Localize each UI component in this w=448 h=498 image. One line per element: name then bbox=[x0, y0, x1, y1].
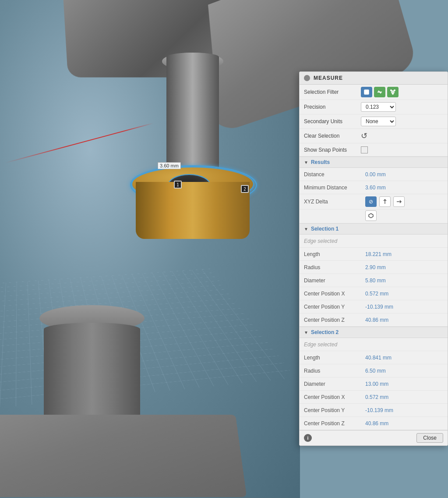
sel1-cpy-label: Center Position Y bbox=[304, 304, 365, 310]
sel2-cpx-label: Center Position X bbox=[304, 394, 365, 400]
selection1-arrow: ▼ bbox=[304, 227, 308, 231]
distance-row: Distance 0.00 mm bbox=[300, 168, 448, 181]
sel1-diameter-value: 5.80 mm bbox=[365, 277, 386, 284]
selection2-section-header[interactable]: ▼ Selection 2 bbox=[300, 327, 448, 338]
precision-label: Precision bbox=[304, 104, 361, 110]
clear-selection-icon[interactable]: ↺ bbox=[361, 131, 367, 141]
selection-filter-row: Selection Filter bbox=[300, 85, 448, 100]
clear-selection-controls: ↺ bbox=[361, 131, 367, 141]
selection2-edge-row: Edge selected bbox=[300, 338, 448, 351]
xyz-delta-controls2 bbox=[365, 210, 443, 221]
sel2-length-label: Length bbox=[304, 355, 365, 361]
sel1-radius-value: 2.90 mm bbox=[365, 264, 386, 270]
results-arrow: ▼ bbox=[304, 160, 308, 165]
sel1-length-label: Length bbox=[304, 251, 365, 257]
clear-selection-label: Clear Selection bbox=[304, 133, 361, 139]
show-snap-points-controls bbox=[361, 146, 368, 153]
panel-header: MEASURE bbox=[300, 72, 448, 85]
filter-btn-face[interactable] bbox=[361, 87, 372, 97]
sel2-radius-row: Radius 6.50 mm bbox=[300, 364, 448, 377]
clear-selection-row: Clear Selection ↺ bbox=[300, 129, 448, 143]
sel2-cpx-value: 0.572 mm bbox=[365, 394, 388, 400]
min-distance-value: 3.60 mm bbox=[365, 185, 386, 191]
measure-panel: MEASURE Selection Filter Precision bbox=[299, 71, 448, 446]
xyz-delta-right-icon[interactable] bbox=[393, 196, 405, 207]
distance-label: Distance bbox=[304, 171, 365, 178]
precision-row: Precision 0.123 0.12 0.1 0 bbox=[300, 100, 448, 114]
sel2-radius-value: 6.50 mm bbox=[365, 368, 386, 374]
show-snap-points-row: Show Snap Points bbox=[300, 143, 448, 157]
sel1-cpx-value: 0.572 mm bbox=[365, 291, 388, 297]
selection1-title: Selection 1 bbox=[311, 226, 339, 232]
base-assembly bbox=[0, 279, 263, 498]
show-snap-points-label: Show Snap Points bbox=[304, 147, 361, 153]
sel2-diameter-row: Diameter 13.00 mm bbox=[300, 377, 448, 391]
sel1-radius-row: Radius 2.90 mm bbox=[300, 261, 448, 274]
gold-cylinder-object[interactable]: 1 2 bbox=[131, 167, 254, 237]
sel1-cpz-row: Center Position Z 40.86 mm bbox=[300, 313, 448, 327]
close-button[interactable]: Close bbox=[416, 433, 443, 443]
sel2-diameter-value: 13.00 mm bbox=[365, 381, 388, 387]
xyz-delta-row2 bbox=[300, 210, 448, 223]
panel-footer: i Close bbox=[300, 430, 448, 445]
svg-point-4 bbox=[390, 89, 392, 91]
selection1-edge-row: Edge selected bbox=[300, 235, 448, 248]
dimension-label: 3.60 mm bbox=[158, 162, 181, 169]
min-distance-label: Minimum Distance bbox=[304, 185, 365, 191]
xyz-delta-controls: ⊘ bbox=[365, 196, 405, 207]
secondary-units-controls: None mm inch bbox=[361, 117, 396, 126]
xyz-delta-up-icon[interactable] bbox=[379, 196, 391, 207]
secondary-units-row: Secondary Units None mm inch bbox=[300, 114, 448, 129]
sel2-length-row: Length 40.841 mm bbox=[300, 351, 448, 364]
selection2-title: Selection 2 bbox=[311, 329, 339, 335]
gold-body bbox=[136, 182, 250, 239]
sel2-cpx-row: Center Position X 0.572 mm bbox=[300, 391, 448, 404]
xyz-delta-3d-icon[interactable] bbox=[365, 210, 377, 221]
distance-value: 0.00 mm bbox=[365, 171, 386, 178]
sel1-length-row: Length 18.221 mm bbox=[300, 248, 448, 261]
sel2-cpz-label: Center Position Z bbox=[304, 420, 365, 427]
xyz-delta-row: XYZ Delta ⊘ bbox=[300, 194, 448, 210]
sel1-cpz-label: Center Position Z bbox=[304, 317, 365, 323]
filter-btn-vertex[interactable] bbox=[387, 87, 399, 97]
svg-point-5 bbox=[394, 89, 395, 91]
results-section-header[interactable]: ▼ Results bbox=[300, 157, 448, 168]
sel2-cpy-value: -10.139 mm bbox=[365, 407, 393, 413]
sel1-cpz-value: 40.86 mm bbox=[365, 317, 388, 323]
selection-marker-2: 2 bbox=[241, 185, 249, 193]
selection2-edge-text: Edge selected bbox=[304, 341, 337, 348]
svg-point-6 bbox=[392, 93, 394, 95]
precision-select[interactable]: 0.123 0.12 0.1 0 bbox=[361, 102, 396, 112]
panel-title: MEASURE bbox=[314, 75, 343, 81]
precision-controls: 0.123 0.12 0.1 0 bbox=[361, 102, 396, 112]
selection1-edge-text: Edge selected bbox=[304, 238, 337, 244]
sel2-diameter-label: Diameter bbox=[304, 381, 365, 387]
shaft-cylinder bbox=[166, 53, 219, 175]
results-title: Results bbox=[311, 159, 330, 165]
sel1-cpx-label: Center Position X bbox=[304, 291, 365, 297]
info-icon[interactable]: i bbox=[304, 434, 312, 442]
sel2-radius-label: Radius bbox=[304, 368, 365, 374]
sel2-cpz-value: 40.86 mm bbox=[365, 420, 388, 427]
xyz-delta-label: XYZ Delta bbox=[304, 199, 365, 205]
sel1-cpy-value: -10.139 mm bbox=[365, 304, 393, 310]
svg-rect-2 bbox=[365, 91, 368, 93]
secondary-units-select[interactable]: None mm inch bbox=[361, 117, 396, 126]
sel1-cpy-row: Center Position Y -10.139 mm bbox=[300, 300, 448, 313]
secondary-units-label: Secondary Units bbox=[304, 118, 361, 125]
selection1-section-header[interactable]: ▼ Selection 1 bbox=[300, 223, 448, 235]
selection2-arrow: ▼ bbox=[304, 330, 308, 335]
panel-body: Selection Filter Precision 0.123 0.12 bbox=[300, 85, 448, 430]
selection-filter-label: Selection Filter bbox=[304, 89, 361, 95]
sel1-length-value: 18.221 mm bbox=[365, 251, 392, 257]
sel2-cpy-row: Center Position Y -10.139 mm bbox=[300, 404, 448, 417]
sel1-cpx-row: Center Position X 0.572 mm bbox=[300, 287, 448, 300]
snap-points-checkbox[interactable] bbox=[361, 146, 368, 153]
sel2-cpz-row: Center Position Z 40.86 mm bbox=[300, 417, 448, 430]
sel1-diameter-row: Diameter 5.80 mm bbox=[300, 274, 448, 287]
sel1-diameter-label: Diameter bbox=[304, 277, 365, 284]
base-platform bbox=[0, 415, 247, 497]
xyz-delta-circle-icon[interactable]: ⊘ bbox=[365, 196, 377, 207]
filter-btn-edge[interactable] bbox=[374, 87, 385, 97]
panel-header-icon bbox=[304, 75, 310, 81]
